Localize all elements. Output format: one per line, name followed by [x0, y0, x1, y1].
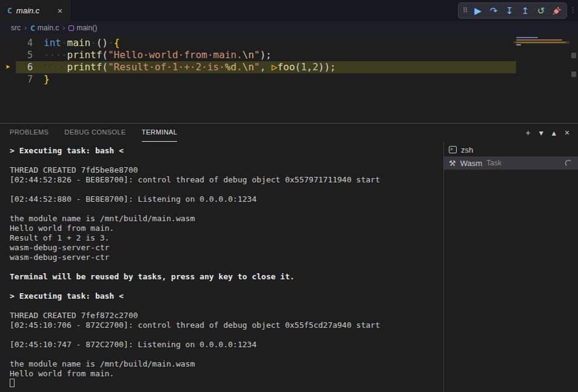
terminal-line: [02:44:52:826 - BE8E8700]: control threa…	[10, 175, 443, 185]
minimap-line	[516, 39, 562, 41]
terminal-line	[10, 156, 443, 165]
code-token: ));	[318, 61, 336, 73]
terminal-line: Result of 1 + 2 is 3.	[10, 233, 443, 243]
minimap-line	[516, 37, 538, 38]
terminal-dropdown-icon[interactable]: ▾	[539, 128, 543, 137]
code-token: %d	[225, 61, 237, 73]
c-file-icon: C	[30, 24, 35, 33]
debug-current-line-arrow-icon[interactable]: ➤	[0, 61, 16, 73]
maximize-panel-icon[interactable]: ▴	[552, 128, 556, 137]
debug-restart-icon[interactable]: ↺	[534, 4, 548, 18]
code-token: printf	[67, 49, 102, 61]
code-line-7[interactable]: 7}	[0, 73, 516, 85]
terminal-line	[10, 330, 443, 340]
debug-step-out-icon[interactable]: ↥	[518, 4, 533, 18]
tools-icon: ⚒	[449, 159, 456, 168]
terminal-line: wasm-debug-server-ctr	[10, 243, 443, 253]
code-token: ·	[266, 61, 272, 73]
code-token: }	[44, 73, 50, 85]
tab-close-icon[interactable]: ×	[56, 6, 64, 16]
code-token: ,	[307, 61, 313, 73]
terminal-line	[10, 204, 443, 214]
breadcrumb-label: main.c	[38, 24, 59, 32]
gutter-glyph-margin[interactable]	[0, 73, 16, 85]
code-token: .	[237, 61, 243, 73]
debug-toolbar: ⠿▶↷↧↥↺	[458, 2, 567, 19]
code-token: foo	[277, 61, 295, 73]
panel-body: > Executing task: bash < THREAD CREATED …	[0, 142, 578, 392]
terminal-line: Terminal will be reused by tasks, press …	[10, 272, 443, 282]
gutter-glyph-margin[interactable]	[0, 37, 16, 49]
terminal-line: [02:44:52:880 - BE8E8700]: Listening on …	[10, 194, 443, 204]
terminal-item-label: zsh	[461, 145, 473, 154]
editor-lines: 4int·main·()·{5····printf("Hello·world·f…	[0, 37, 516, 85]
terminal-line: > Executing task: bash <	[10, 291, 443, 301]
terminal-line: THREAD CREATED 7fef872c2700	[10, 311, 443, 321]
panel-tab-terminal[interactable]: TERMINAL	[142, 124, 178, 142]
more-actions-icon[interactable]: ⋮	[569, 5, 577, 15]
new-terminal-icon[interactable]: +	[526, 128, 531, 137]
code-token: ·	[108, 37, 114, 48]
code-text: }	[33, 73, 50, 85]
code-token: (	[102, 49, 108, 61]
code-token: ····	[44, 61, 67, 73]
breadcrumb-label: main()	[76, 24, 97, 32]
code-token: "Hello·world·from·main.	[108, 49, 243, 61]
terminal-list-item-zsh[interactable]: >zsh	[444, 143, 578, 156]
terminal-line: wasm-debug-server-ctr	[10, 253, 443, 262]
breadcrumb-separator: ›	[62, 24, 65, 32]
minimap[interactable]	[514, 35, 570, 123]
ruler-mark	[571, 71, 576, 77]
terminal-line: Hello world from main.	[10, 369, 443, 379]
terminal-line: > Executing task: bash <	[10, 146, 443, 156]
task-spinner-icon	[565, 160, 572, 167]
terminal-line: [02:45:10:747 - 872C2700]: Listening on …	[10, 340, 443, 350]
code-token: );	[260, 49, 271, 61]
terminal-line: THREAD CREATED 7fd5be8e8700	[10, 165, 443, 175]
terminal-line	[10, 282, 443, 291]
terminal-cursor	[10, 379, 15, 387]
terminal-output[interactable]: > Executing task: bash < THREAD CREATED …	[0, 142, 443, 392]
terminal-line	[10, 185, 443, 194]
code-line-6[interactable]: ➤6····printf("Result·of·1·+·2·is·%d.\n",…	[0, 61, 516, 73]
code-editor[interactable]: 4int·main·()·{5····printf("Hello·world·f…	[0, 35, 578, 123]
code-token: main	[67, 37, 91, 48]
editor-scrollbar[interactable]	[570, 35, 578, 123]
vscode-window: C main.c × ⠿▶↷↧↥↺ ⋮ src › C main.c › mai…	[0, 0, 578, 392]
breadcrumb-label: src	[11, 24, 21, 32]
breadcrumb-main-symbol[interactable]: main()	[69, 24, 97, 32]
code-text: ····printf("Hello·world·from·main.\n");	[33, 49, 272, 61]
code-token: {	[114, 37, 120, 48]
debug-step-into-icon[interactable]: ↧	[502, 4, 517, 18]
code-token: (	[295, 61, 301, 73]
minimap-line	[516, 44, 521, 45]
code-line-5[interactable]: 5····printf("Hello·world·from·main.\n");	[0, 49, 516, 61]
close-panel-icon[interactable]: ×	[565, 128, 570, 137]
panel-header: PROBLEMSDEBUG CONSOLETERMINAL +▾▴×	[0, 124, 578, 142]
code-line-4[interactable]: 4int·main·()·{	[0, 37, 516, 49]
code-token: "	[254, 49, 260, 61]
breadcrumb-src[interactable]: src	[11, 24, 21, 32]
tab-main-c[interactable]: C main.c ×	[0, 0, 72, 21]
debug-step-over-icon[interactable]: ↷	[486, 4, 501, 18]
line-number: 6	[16, 61, 33, 73]
terminal-list-item-wasm[interactable]: ⚒WasmTask	[444, 156, 578, 170]
line-number: 5	[16, 49, 33, 61]
inline-debug-arrow-icon: ▷	[272, 61, 278, 73]
breadcrumb-main-c[interactable]: C main.c	[30, 24, 59, 33]
code-token: "	[254, 61, 260, 73]
breadcrumb-separator: ›	[24, 24, 27, 32]
ruler-mark	[571, 53, 576, 58]
panel-tab-debug-console[interactable]: DEBUG CONSOLE	[64, 124, 126, 142]
terminal-line	[10, 301, 443, 311]
panel-tab-problems[interactable]: PROBLEMS	[10, 124, 49, 142]
terminal-line	[10, 350, 443, 359]
debug-disconnect-icon[interactable]	[549, 4, 564, 18]
code-token: ,	[260, 61, 266, 73]
code-text: int·main·()·{	[33, 37, 119, 49]
code-token: 1	[301, 61, 307, 73]
gutter-glyph-margin[interactable]	[0, 49, 16, 61]
terminal-item-label: Wasm	[460, 159, 482, 168]
code-token: (	[102, 61, 108, 73]
debug-continue-icon[interactable]: ▶	[471, 4, 485, 18]
